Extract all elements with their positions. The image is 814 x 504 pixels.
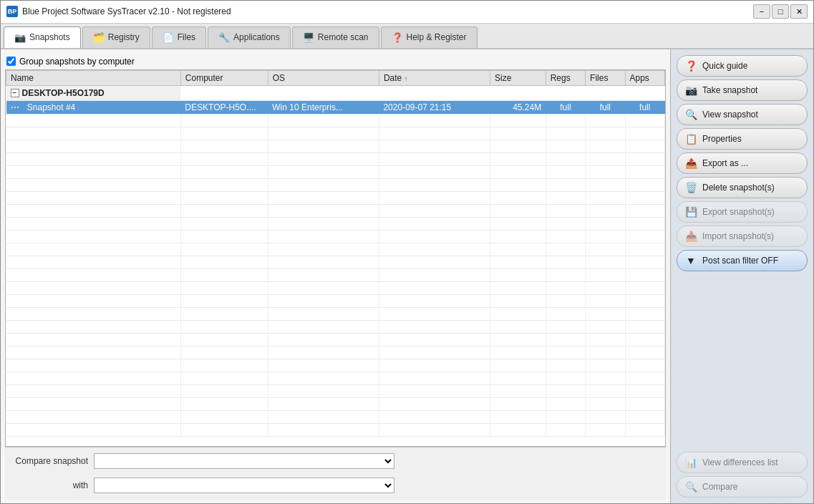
col-header-os[interactable]: OS	[268, 70, 379, 85]
close-button[interactable]: ✕	[790, 4, 808, 19]
with-snapshot-select[interactable]	[94, 478, 394, 493]
expand-icon[interactable]: −	[11, 89, 19, 97]
group-checkbox-row: Group snapshots by computer	[5, 54, 666, 69]
view-differences-button[interactable]: 📊 View differences list	[677, 452, 808, 473]
sidebar: ❓ Quick guide 📷 Take snapshot 🔍 View sna…	[670, 49, 813, 503]
quick-guide-icon: ❓	[684, 59, 697, 72]
col-header-files[interactable]: Files	[586, 70, 625, 85]
compare-icon: 🔍	[684, 480, 697, 493]
export-as-button[interactable]: 📤 Export as ...	[677, 152, 808, 174]
date-label: Date	[384, 73, 402, 83]
registry-tab-label: Registry	[108, 32, 140, 42]
registry-tab-icon: 🗂️	[93, 32, 105, 43]
empty-row	[6, 333, 665, 346]
empty-row	[6, 243, 665, 256]
empty-row	[6, 256, 665, 268]
empty-row	[6, 152, 665, 165]
empty-row	[6, 384, 665, 397]
tree-indent: ⋯	[11, 102, 25, 112]
tab-remote-scan[interactable]: 🖥️ Remote scan	[292, 26, 379, 48]
export-snapshots-label: Export snapshot(s)	[702, 207, 775, 217]
quick-guide-button[interactable]: ❓ Quick guide	[677, 55, 808, 77]
quick-guide-label: Quick guide	[702, 61, 747, 71]
tab-help[interactable]: ❓ Help & Register	[381, 26, 478, 48]
snapshot-table-container: Name Computer OS Date ↑ Size Regs Files …	[5, 69, 666, 447]
empty-row	[6, 268, 665, 281]
sort-arrow-icon: ↑	[404, 75, 408, 82]
remote-scan-tab-icon: 🖥️	[303, 32, 314, 43]
app-icon: BP	[6, 6, 18, 17]
col-header-computer[interactable]: Computer	[180, 70, 268, 85]
empty-row	[6, 397, 665, 410]
view-snapshot-icon: 🔍	[684, 108, 697, 121]
import-snapshots-button[interactable]: 📥 Import snapshot(s)	[677, 226, 808, 247]
take-snapshot-label: Take snapshot	[702, 85, 757, 95]
compare-label: Compare	[702, 482, 737, 492]
view-differences-label: View differences list	[702, 457, 778, 467]
title-bar-controls: − □ ✕	[753, 4, 808, 19]
snapshot-os: Win 10 Enterpris...	[268, 100, 379, 114]
view-snapshot-button[interactable]: 🔍 View snapshot	[677, 104, 808, 125]
compare-snapshot-label: Compare snapshot	[9, 456, 88, 466]
export-snapshots-button[interactable]: 💾 Export snapshot(s)	[677, 201, 808, 223]
remote-scan-tab-label: Remote scan	[318, 32, 369, 42]
computer-name: DESKTOP-H5O179D	[22, 88, 105, 98]
window-title: Blue Project Software SysTracer v2.10 - …	[22, 6, 231, 16]
computer-group-row[interactable]: − DESKTOP-H5O179D	[6, 85, 665, 100]
delete-icon: 🗑️	[684, 181, 697, 194]
col-header-date[interactable]: Date ↑	[379, 70, 490, 85]
take-snapshot-button[interactable]: 📷 Take snapshot	[677, 79, 808, 101]
tab-files[interactable]: 📄 Files	[152, 26, 206, 48]
col-header-name[interactable]: Name	[6, 70, 181, 85]
applications-tab-label: Applications	[233, 32, 280, 42]
tab-applications[interactable]: 🔧 Applications	[208, 26, 291, 48]
snapshots-tab-icon: 📷	[14, 32, 26, 43]
col-header-regs[interactable]: Regs	[546, 70, 585, 85]
properties-label: Properties	[702, 134, 742, 144]
empty-row	[6, 165, 665, 178]
post-scan-filter-label: Post scan filter OFF	[702, 256, 778, 266]
empty-row	[6, 346, 665, 359]
col-header-apps[interactable]: Apps	[625, 70, 665, 85]
tab-snapshots[interactable]: 📷 Snapshots	[4, 26, 81, 48]
empty-row	[6, 320, 665, 333]
files-tab-label: Files	[178, 32, 195, 42]
snapshot-apps: full	[625, 100, 665, 114]
sidebar-spacer	[677, 274, 808, 277]
export-as-icon: 📤	[684, 157, 697, 170]
empty-row	[6, 114, 665, 127]
title-bar: BP Blue Project Software SysTracer v2.10…	[1, 1, 813, 24]
with-label: with	[9, 480, 88, 490]
delete-snapshots-button[interactable]: 🗑️ Delete snapshot(s)	[677, 177, 808, 198]
empty-row	[6, 230, 665, 243]
empty-row	[6, 359, 665, 372]
title-bar-left: BP Blue Project Software SysTracer v2.10…	[6, 6, 231, 17]
empty-row	[6, 140, 665, 152]
empty-row	[6, 423, 665, 436]
compare-area: Compare snapshot with	[5, 447, 666, 499]
empty-row	[6, 191, 665, 204]
import-snapshots-label: Import snapshot(s)	[702, 231, 774, 241]
snapshot-table: Name Computer OS Date ↑ Size Regs Files …	[6, 70, 665, 437]
compare-snapshot-select[interactable]	[94, 453, 394, 469]
delete-snapshots-label: Delete snapshot(s)	[702, 183, 775, 193]
compare-button[interactable]: 🔍 Compare	[677, 476, 808, 498]
snapshot-files: full	[586, 100, 625, 114]
properties-button[interactable]: 📋 Properties	[677, 128, 808, 150]
tabs-bar: 📷 Snapshots 🗂️ Registry 📄 Files 🔧 Applic…	[1, 24, 813, 49]
snapshot-size: 45.24M	[490, 100, 546, 114]
minimize-button[interactable]: −	[753, 4, 770, 19]
col-header-size[interactable]: Size	[490, 70, 546, 85]
help-tab-label: Help & Register	[407, 32, 467, 42]
snapshot-regs: full	[546, 100, 585, 114]
properties-icon: 📋	[684, 132, 697, 145]
group-checkbox[interactable]	[6, 57, 16, 66]
maximize-button[interactable]: □	[772, 4, 789, 19]
tab-registry[interactable]: 🗂️ Registry	[82, 26, 150, 48]
snapshots-tab-label: Snapshots	[29, 32, 70, 42]
main-layout: Group snapshots by computer Name Compute…	[1, 49, 813, 503]
snapshot-row[interactable]: ⋯ Snapshot #4 DESKTOP-H5O.... Win 10 Ent…	[6, 100, 665, 114]
main-window: BP Blue Project Software SysTracer v2.10…	[0, 0, 814, 504]
post-scan-filter-button[interactable]: ▼ Post scan filter OFF	[677, 250, 808, 271]
import-snapshots-icon: 📥	[684, 230, 697, 243]
